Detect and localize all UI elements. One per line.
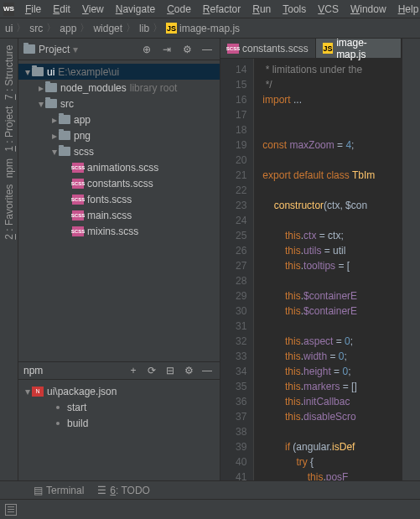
tree-row[interactable]: ▸png — [18, 127, 220, 143]
tool-tab-structure[interactable]: 7: Structure — [3, 42, 15, 103]
folder-icon — [45, 83, 57, 92]
tree-arrow-icon[interactable]: ▾ — [23, 66, 32, 78]
js-file-icon: JS — [166, 23, 177, 34]
npm-script-start[interactable]: start — [18, 399, 220, 415]
menu-window[interactable]: Window — [345, 2, 392, 17]
tool-tab-npm[interactable]: npm — [3, 155, 15, 181]
menu-vcs[interactable]: VCS — [312, 2, 345, 17]
tree-row[interactable]: ▸node_moduleslibrary root — [18, 80, 220, 96]
chevron-right-icon: 〉 — [126, 21, 136, 35]
menu-code[interactable]: Code — [161, 2, 197, 17]
editor-tab[interactable]: JSimage-map.js — [316, 39, 402, 58]
tree-label: app — [74, 114, 91, 126]
collapse-all-icon[interactable]: ⊟ — [163, 363, 178, 378]
webstorm-logo-icon: WS — [3, 3, 14, 16]
editor-tabs: SCSSconstants.scssJSimage-map.js — [220, 39, 402, 59]
tree-label: ui — [47, 66, 54, 78]
scss-file-icon: SCSS — [227, 44, 239, 54]
dropdown-icon[interactable]: ▾ — [73, 44, 78, 55]
tree-arrow-icon[interactable]: ▾ — [50, 146, 59, 158]
tree-row[interactable]: SCSSconstants.scss — [18, 175, 220, 191]
terminal-icon: ▤ — [34, 485, 43, 496]
scss-file-icon: SCSS — [72, 226, 84, 236]
tree-row[interactable]: SCSSmain.scss — [18, 207, 220, 223]
tree-row[interactable]: ▸app — [18, 112, 220, 127]
editor: SCSSconstants.scssJSimage-map.js 1415161… — [220, 39, 402, 480]
tree-row[interactable]: SCSSmixins.scss — [18, 223, 220, 239]
hide-icon[interactable]: — — [200, 363, 215, 378]
npm-tree[interactable]: ▾Nui\package.jsonstartbuild — [18, 380, 220, 480]
right-tool-strip — [402, 39, 420, 480]
left-tool-strip: 7: Structure1: Projectnpm2: Favorites — [0, 39, 18, 480]
folder-icon — [59, 115, 70, 124]
tree-row[interactable]: ▾uiE:\example\ui — [18, 64, 220, 80]
tree-label: scss — [74, 146, 94, 158]
project-panel-title: Project — [39, 44, 70, 55]
menu-help[interactable]: Help — [392, 2, 420, 17]
menu-navigate[interactable]: Navigate — [110, 2, 161, 17]
bullet-icon — [56, 422, 60, 425]
tree-label: main.scss — [87, 210, 132, 221]
panel-toggle-icon[interactable] — [5, 504, 17, 516]
scss-file-icon: SCSS — [72, 195, 84, 205]
tab-label: image-map.js — [336, 39, 394, 60]
tree-label: constants.scss — [87, 178, 153, 189]
todo-tool-button[interactable]: ☰ 6: TODO — [97, 485, 150, 496]
tree-hint: library root — [130, 82, 178, 94]
gear-icon[interactable]: ⚙ — [181, 363, 196, 378]
tree-arrow-icon[interactable]: ▾ — [37, 98, 45, 110]
breadcrumb-item[interactable]: lib — [139, 23, 149, 34]
code-lines[interactable]: * limitations under the */import ... con… — [254, 59, 402, 480]
breadcrumb: ui〉src〉app〉widget〉lib〉JS image-map.js — [0, 18, 420, 39]
terminal-tool-button[interactable]: ▤ Terminal — [34, 485, 84, 496]
chevron-right-icon: 〉 — [46, 21, 56, 35]
code-area[interactable]: 1415161718192021222324252627282930313233… — [220, 59, 402, 480]
tree-arrow-icon[interactable]: ▸ — [37, 82, 45, 94]
scss-file-icon: SCSS — [72, 163, 84, 173]
collapse-icon[interactable]: ⇥ — [159, 42, 174, 57]
js-file-icon: JS — [323, 43, 333, 54]
folder-icon — [45, 99, 57, 108]
breadcrumb-item[interactable]: app — [60, 23, 76, 34]
tab-label: constants.scss — [242, 43, 309, 54]
chevron-right-icon: 〉 — [153, 21, 163, 35]
project-tree[interactable]: ▾uiE:\example\ui▸node_moduleslibrary roo… — [18, 60, 220, 361]
npm-script-build[interactable]: build — [18, 415, 220, 431]
tree-arrow-icon[interactable]: ▸ — [50, 130, 59, 142]
tool-tab-favorites[interactable]: 2: Favorites — [3, 181, 15, 243]
menu-view[interactable]: View — [76, 2, 110, 17]
folder-icon — [59, 131, 70, 140]
folder-icon — [23, 44, 35, 54]
breadcrumb-item[interactable]: ui — [5, 23, 13, 34]
add-icon[interactable]: + — [126, 363, 141, 378]
menu-run[interactable]: Run — [246, 2, 277, 17]
refresh-icon[interactable]: ⟳ — [144, 363, 159, 378]
editor-tab[interactable]: SCSSconstants.scss — [220, 39, 316, 58]
menu-edit[interactable]: Edit — [47, 2, 76, 17]
tool-tab-project[interactable]: 1: Project — [3, 103, 15, 155]
tree-label: mixins.scss — [87, 226, 138, 237]
breadcrumb-item[interactable]: src — [29, 23, 43, 34]
npm-package-row[interactable]: ▾Nui\package.json — [18, 383, 220, 399]
tree-row[interactable]: ▾scss — [18, 143, 220, 159]
breadcrumb-item[interactable]: widget — [93, 23, 122, 34]
gear-icon[interactable]: ⚙ — [179, 42, 194, 57]
project-panel-header: Project ▾ ⊕ ⇥ ⚙ — — [18, 39, 220, 60]
menu-tools[interactable]: Tools — [277, 2, 312, 17]
tree-label: animations.scss — [87, 162, 158, 174]
tree-row[interactable]: SCSSfonts.scss — [18, 191, 220, 207]
menubar: WS FileEditViewNavigateCodeRefactorRunTo… — [0, 0, 420, 18]
folder-icon — [59, 147, 70, 156]
menu-refactor[interactable]: Refactor — [197, 2, 246, 17]
npm-panel-header: npm + ⟳ ⊟ ⚙ — — [18, 361, 220, 380]
locate-icon[interactable]: ⊕ — [139, 42, 154, 57]
chevron-right-icon: 〉 — [16, 21, 26, 35]
tree-arrow-icon[interactable]: ▸ — [50, 114, 59, 126]
bottombar — [0, 499, 420, 519]
breadcrumb-file[interactable]: JS image-map.js — [166, 23, 240, 34]
tree-row[interactable]: ▾src — [18, 96, 220, 112]
menu-file[interactable]: File — [19, 2, 47, 17]
scss-file-icon: SCSS — [72, 210, 84, 221]
tree-row[interactable]: SCSSanimations.scss — [18, 159, 220, 175]
hide-icon[interactable]: — — [200, 42, 215, 57]
